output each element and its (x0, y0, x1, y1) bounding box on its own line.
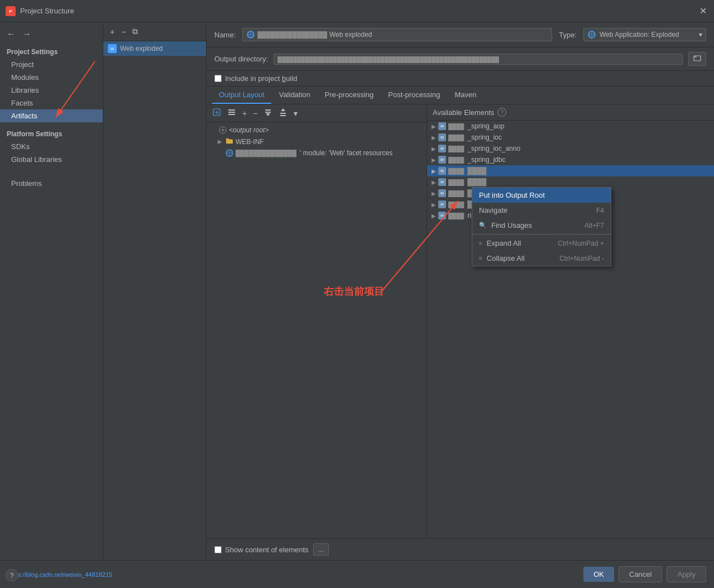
show-content-row: Show content of elements (214, 546, 309, 554)
tab-validation[interactable]: Validation (272, 87, 317, 104)
ok-button[interactable]: OK (583, 567, 614, 582)
sidebar-item-facets[interactable]: Facets (0, 97, 103, 109)
ctx-divider (472, 234, 611, 235)
sidebar-item-problems[interactable]: Problems (0, 177, 103, 190)
show-content-label: Show content of elements (225, 546, 309, 554)
tree-node-module-web[interactable]: ██████████████ ' module: 'Web' facet res… (207, 147, 427, 159)
include-build-checkbox[interactable] (214, 75, 222, 82)
sidebar-item-project[interactable]: Project (0, 58, 103, 71)
tree-toolbar: ⊕ + − (207, 104, 427, 122)
sidebar-item-global-libraries[interactable]: Global Libraries (0, 153, 103, 166)
tree-node-output-root[interactable]: <output root> (207, 125, 427, 136)
tree-remove-button[interactable]: − (251, 108, 260, 119)
svg-rect-23 (280, 113, 286, 114)
ctx-find-usages-shortcut: Alt+F7 (584, 222, 604, 230)
close-button[interactable]: ✕ (697, 6, 708, 17)
tree-node-web-inf[interactable]: ▶ WEB-INF (207, 136, 427, 147)
cancel-button[interactable]: Cancel (619, 566, 662, 582)
ctx-collapse-all[interactable]: ≡ Collapse All Ctrl+NumPad - (472, 251, 611, 266)
avail-node-spring-ioc[interactable]: ▶ ████ _spring_ioc (427, 132, 714, 143)
tree-content: <output root> ▶ WEB-INF (207, 122, 427, 538)
nav-forward-button[interactable]: → (20, 28, 33, 40)
avail-node-item6[interactable]: ▶ ████ ████ (427, 176, 714, 188)
tree-panel: ⊕ + − (207, 104, 427, 538)
tree-moveup-button[interactable] (276, 107, 290, 119)
sidebar-item-sdks[interactable]: SDKs (0, 140, 103, 153)
artifact-panel: + − ⧉ W Web exploded (103, 22, 207, 560)
include-build-row: Include in project build (207, 71, 714, 87)
available-header: Available Elements ? (427, 104, 714, 121)
sidebar-item-artifacts[interactable]: Artifacts (0, 109, 103, 122)
title-bar: P Project Structure ✕ (0, 0, 714, 22)
dots-button[interactable]: ... (313, 543, 329, 556)
avail-node-spring-jdbc[interactable]: ▶ ████ _spring_jdbc (427, 154, 714, 165)
ctx-expand-all-shortcut: Ctrl+NumPad + (558, 240, 604, 247)
tab-post-processing[interactable]: Post-processing (381, 87, 447, 104)
sidebar-divider (0, 122, 103, 127)
svg-rect-20 (265, 112, 271, 113)
artifact-remove-button[interactable]: − (119, 26, 128, 37)
lib-icon (438, 189, 446, 197)
tree-list-button[interactable] (225, 107, 238, 119)
tree-add-button[interactable]: + (240, 108, 249, 119)
avail-node-spring-aop[interactable]: ▶ ████ _spring_aop (427, 121, 714, 132)
output-layout-area: ⊕ + − (207, 104, 714, 538)
ctx-put-into-output[interactable]: Put into Output Root (472, 188, 611, 203)
tab-output-layout[interactable]: Output Layout (212, 87, 271, 104)
help-circle-icon: ? (497, 108, 506, 117)
tabs-row: Output Layout Validation Pre-processing … (207, 87, 714, 104)
tab-maven[interactable]: Maven (448, 87, 483, 104)
name-type-row: Name: ████████████████ Web exploded Type… (207, 22, 714, 47)
bottom-bar: Show content of elements ... (207, 538, 714, 560)
svg-text:W: W (111, 47, 114, 51)
tab-pre-processing[interactable]: Pre-processing (318, 87, 380, 104)
ctx-expand-all[interactable]: ≡ Expand All Ctrl+NumPad + (472, 236, 611, 251)
svg-marker-21 (266, 113, 270, 116)
svg-rect-58 (440, 213, 444, 218)
svg-rect-13 (694, 56, 697, 58)
avail-node-spring-ioc-anno[interactable]: ▶ ████ _spring_ioc_anno (427, 143, 714, 154)
artifact-list: W Web exploded (103, 41, 206, 560)
artifact-add-button[interactable]: + (108, 26, 117, 37)
nav-back-button[interactable]: ← (4, 28, 18, 40)
browse-button[interactable] (688, 52, 706, 66)
include-build-label: Include in project build (225, 74, 297, 83)
artifact-icon: W (108, 44, 117, 53)
help-button[interactable]: ? (6, 569, 18, 581)
artifact-list-item[interactable]: W Web exploded (103, 41, 206, 56)
svg-text:⊕: ⊕ (215, 110, 219, 115)
lib-icon (438, 167, 446, 175)
ctx-find-usages[interactable]: 🔍 Find Usages Alt+F7 (472, 218, 611, 233)
svg-rect-55 (440, 202, 444, 207)
ctx-navigate[interactable]: Navigate F4 (472, 203, 611, 218)
artifact-copy-button[interactable]: ⧉ (130, 26, 140, 37)
folder-icon (226, 137, 233, 146)
app-icon: P (6, 6, 16, 16)
apply-button[interactable]: Apply (667, 566, 706, 582)
type-select[interactable]: Web Application: Exploded ▾ (583, 28, 706, 41)
right-content: Name: ████████████████ Web exploded Type… (207, 22, 714, 560)
output-dir-label: Output directory: (214, 55, 268, 63)
lib-icon (438, 178, 446, 186)
output-dir-input[interactable]: ████████████████████████████████████████… (274, 54, 683, 65)
svg-rect-52 (440, 191, 444, 195)
lib-icon (438, 156, 446, 164)
type-select-arrow-icon: ▾ (699, 31, 702, 39)
window-title: Project Structure (20, 7, 74, 15)
lib-icon (438, 200, 446, 208)
ctx-collapse-all-shortcut: Ctrl+NumPad - (559, 255, 604, 262)
available-panel: Available Elements ? ▶ (427, 104, 714, 538)
svg-rect-29 (226, 138, 229, 140)
show-content-checkbox[interactable] (214, 546, 222, 553)
tree-movedown-button[interactable] (261, 107, 275, 119)
tree-root-button[interactable]: ⊕ (210, 107, 223, 119)
sidebar-item-modules[interactable]: Modules (0, 71, 103, 84)
project-settings-label: Project Settings (0, 45, 103, 58)
sidebar-item-libraries[interactable]: Libraries (0, 84, 103, 97)
name-input[interactable]: ████████████████ Web exploded (242, 28, 552, 41)
svg-text:P: P (9, 9, 12, 14)
svg-rect-18 (228, 114, 235, 115)
lib-icon (438, 212, 446, 219)
avail-node-item5[interactable]: ▶ ████ ████ (427, 165, 714, 176)
tree-more-button[interactable]: ▾ (291, 108, 300, 119)
